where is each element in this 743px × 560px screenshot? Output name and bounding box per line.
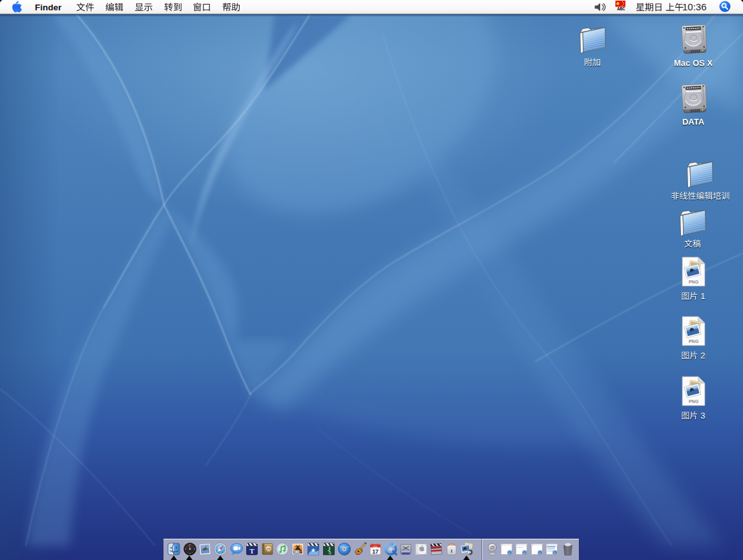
svg-text:PNG: PNG [689, 339, 699, 344]
svg-text:1: 1 [700, 291, 705, 301]
svg-text:PNG: PNG [689, 399, 699, 404]
svg-text:3: 3 [700, 411, 705, 420]
svg-text:@: @ [490, 544, 495, 550]
svg-text:PNG: PNG [689, 280, 699, 284]
svg-text:2: 2 [700, 351, 705, 360]
svg-text:@: @ [266, 546, 271, 552]
svg-text:17: 17 [372, 548, 379, 555]
svg-text:10:36: 10:36 [682, 1, 707, 12]
svg-text:Finder: Finder [35, 3, 62, 12]
svg-text:ABC: ABC [617, 6, 625, 12]
svg-text:T: T [249, 547, 255, 555]
